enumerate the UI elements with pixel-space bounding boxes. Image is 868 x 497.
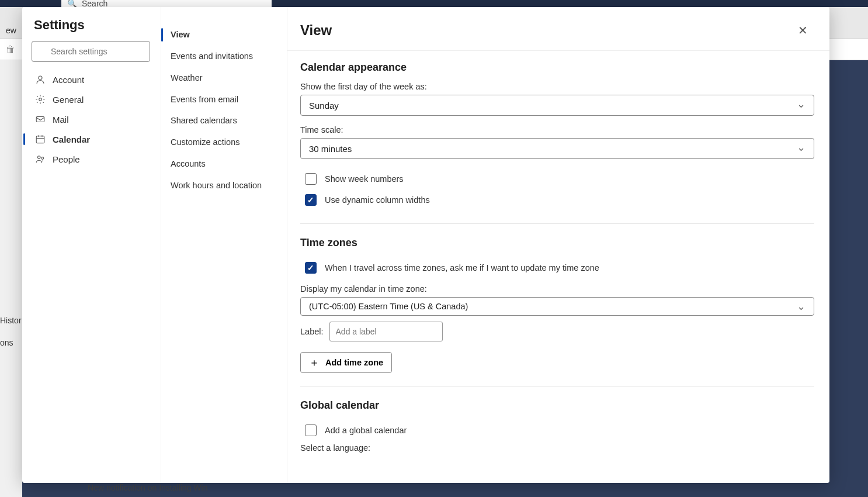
trash-icon: 🗑 <box>6 44 15 55</box>
subnav-list: View Events and invitations Weather Even… <box>161 25 287 196</box>
main-scroll-area[interactable]: Calendar appearance Show the first day o… <box>287 51 829 483</box>
dynamic-widths-label: Use dynamic column widths <box>325 195 430 205</box>
gear-icon <box>35 94 46 105</box>
page-title: View <box>300 22 332 39</box>
settings-subnav-column: View Events and invitations Weather Even… <box>161 7 287 483</box>
select-language-label: Select a language: <box>300 443 814 453</box>
add-global-row: Add a global calendar <box>300 420 814 441</box>
section-global-calendar: Global calendar Add a global calendar Se… <box>300 399 814 469</box>
time-scale-value: 30 minutes <box>309 144 352 154</box>
category-label: General <box>53 95 84 105</box>
subnav-events-invitations[interactable]: Events and invitations <box>161 46 287 67</box>
bg-notification-text: New notification on Installing Win <box>88 483 207 492</box>
settings-search-input[interactable] <box>32 41 150 62</box>
display-tz-value: (UTC-05:00) Eastern Time (US & Canada) <box>309 302 468 311</box>
settings-search-wrap <box>32 41 150 62</box>
category-label: Account <box>53 75 84 85</box>
add-global-label: Add a global calendar <box>325 426 407 435</box>
settings-title: Settings <box>28 18 154 41</box>
first-day-value: Sunday <box>309 101 339 111</box>
plus-icon: ＋ <box>309 357 320 368</box>
category-label: People <box>53 154 80 164</box>
subnav-accounts[interactable]: Accounts <box>161 154 287 174</box>
add-time-zone-label: Add time zone <box>325 358 383 367</box>
first-day-select[interactable]: Sunday <box>300 95 814 116</box>
add-global-checkbox[interactable] <box>305 424 317 436</box>
svg-rect-4 <box>36 117 44 122</box>
category-general[interactable]: General <box>28 90 154 109</box>
subnav-weather[interactable]: Weather <box>161 68 287 88</box>
category-list: Account General Mail Calendar <box>28 70 154 168</box>
ribbon-tab-partial: ew <box>6 26 16 35</box>
add-time-zone-button[interactable]: ＋ Add time zone <box>300 352 392 373</box>
tz-label-field-row: Label: <box>300 322 814 341</box>
svg-rect-5 <box>36 136 44 143</box>
display-tz-label: Display my calendar in time zone: <box>300 284 814 294</box>
first-day-label: Show the first day of the week as: <box>300 82 814 91</box>
bg-fragment-history: Histor <box>0 316 22 325</box>
svg-point-3 <box>39 98 42 101</box>
subnav-customize-actions[interactable]: Customize actions <box>161 132 287 153</box>
category-label: Calendar <box>53 134 90 144</box>
subnav-work-hours-location[interactable]: Work hours and location <box>161 175 287 196</box>
mail-icon <box>35 114 46 125</box>
category-people[interactable]: People <box>28 150 154 168</box>
svg-point-10 <box>41 157 44 160</box>
travel-prompt-checkbox[interactable] <box>305 262 317 274</box>
time-scale-select[interactable]: 30 minutes <box>300 138 814 159</box>
category-label: Mail <box>53 115 69 125</box>
travel-prompt-row: When I travel across time zones, ask me … <box>300 257 814 278</box>
app-left-strip <box>0 60 22 497</box>
close-icon: ✕ <box>798 24 808 37</box>
dynamic-widths-row: Use dynamic column widths <box>300 189 814 210</box>
category-mail[interactable]: Mail <box>28 110 154 129</box>
dynamic-widths-checkbox[interactable] <box>305 194 317 206</box>
section-heading: Global calendar <box>300 399 814 412</box>
section-heading: Calendar appearance <box>300 61 814 74</box>
show-week-numbers-label: Show week numbers <box>325 174 404 184</box>
calendar-icon <box>35 134 46 144</box>
subnav-view[interactable]: View <box>161 25 287 45</box>
people-icon <box>35 154 46 164</box>
tz-label-label: Label: <box>300 327 324 336</box>
subnav-events-from-email[interactable]: Events from email <box>161 89 287 110</box>
subnav-shared-calendars[interactable]: Shared calendars <box>161 111 287 131</box>
show-week-numbers-row: Show week numbers <box>300 168 814 189</box>
settings-dialog: Settings Account General <box>22 7 829 483</box>
section-heading: Time zones <box>300 237 814 249</box>
close-button[interactable]: ✕ <box>792 20 813 41</box>
time-scale-label: Time scale: <box>300 125 814 134</box>
bg-fragment-ons: ons <box>0 338 13 347</box>
settings-main-column: View ✕ Calendar appearance Show the firs… <box>287 7 829 483</box>
svg-point-2 <box>39 76 42 80</box>
travel-prompt-label: When I travel across time zones, ask me … <box>325 263 599 272</box>
svg-point-9 <box>38 156 41 159</box>
category-calendar[interactable]: Calendar <box>28 130 154 149</box>
display-tz-select[interactable]: (UTC-05:00) Eastern Time (US & Canada) <box>300 297 814 316</box>
tz-label-input[interactable] <box>329 322 443 341</box>
show-week-numbers-checkbox[interactable] <box>305 173 317 185</box>
section-calendar-appearance: Calendar appearance Show the first day o… <box>300 61 814 224</box>
category-account[interactable]: Account <box>28 70 154 89</box>
settings-categories-column: Settings Account General <box>22 7 161 483</box>
app-titlebar: 🔍 Search <box>0 0 868 7</box>
person-icon <box>35 74 46 85</box>
main-header: View ✕ <box>287 7 829 51</box>
section-time-zones: Time zones When I travel across time zon… <box>300 237 814 386</box>
